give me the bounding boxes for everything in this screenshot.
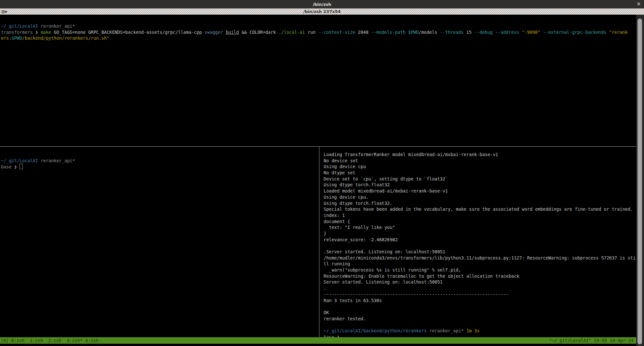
terminal-line: } — [324, 231, 638, 237]
terminal-line — [324, 322, 638, 328]
terminal-line: index: 1 — [324, 212, 638, 219]
terminal-line: ~/_git/LocalAI/backend/python/rerankers … — [324, 328, 638, 334]
tmux-status-right: "~/_git/LocalAI" 19:05 24-Apr-24 — [549, 337, 636, 344]
terminal-line: ----------------------------------------… — [324, 291, 638, 298]
pane-bottom-right-terminal[interactable]: Loading TransformerRanker model mixedbre… — [320, 147, 638, 342]
window-title: /bin/zsh — [313, 2, 331, 7]
terminal-line: Loaded model mixedbread-ai/mxbai-rerank-… — [324, 188, 638, 194]
terminal-line: _warn("subprocess %s is still running" %… — [324, 267, 638, 273]
scrollbar-track[interactable] — [636, 15, 644, 346]
tmux-window-list[interactable]: [0] 0:zsh 1:zsh 2:zsh 3:zsh* 4:zsh- — [0, 337, 101, 344]
close-icon[interactable]: × — [637, 1, 641, 7]
terminal-line: ~/_git/LocalAI reranker_api* — [1, 23, 635, 29]
terminal-line: document { — [324, 219, 638, 225]
terminal-line: /home/mudler/miniconda3/envs/transformer… — [324, 255, 638, 261]
terminal-size-label: /bin/zsh 237x54 — [303, 9, 341, 14]
terminal-line: base ❯ — [1, 164, 320, 170]
terminal-line: transformers ❯ make GO_TAGS=none GRPC_BA… — [1, 29, 635, 35]
cursor — [20, 164, 23, 169]
pane-top-terminal[interactable]: ~/_git/LocalAI reranker_api*transformers… — [0, 15, 635, 154]
terminal-line: ll running — [324, 261, 638, 267]
terminal-line: ers:$PWD/backend/python/rerankers/run.sh… — [1, 35, 635, 41]
terminal-line: Using device cpu — [324, 164, 638, 170]
terminal-line: .Server started. Listening on: localhost… — [324, 249, 638, 255]
chevron-down-icon: ▾ — [5, 9, 7, 14]
terminal-line: Using dtype torch.float32. — [324, 200, 638, 206]
terminal-line: text: "I really like you" — [324, 224, 638, 231]
terminal-line: No dtype set — [324, 170, 638, 176]
tmux-status-bar: [0] 0:zsh 1:zsh 2:zsh 3:zsh* 4:zsh- "~/_… — [0, 337, 636, 344]
terminal-line: relevance_score: -2.46826982 — [324, 237, 638, 243]
terminal-line: ~/_git/LocalAI reranker_api* — [1, 158, 320, 164]
terminal-line: reranker tested. — [324, 316, 638, 322]
terminal-size-bar: ⊞▾ /bin/zsh 237x54 — [0, 8, 644, 15]
terminal-line: Using dtype torch.float32 — [324, 182, 638, 188]
terminal-line: . — [324, 285, 638, 291]
terminal-line: Device set to `cpu`, setting dtype to `f… — [324, 176, 638, 182]
window-titlebar[interactable]: /bin/zsh × — [0, 0, 644, 8]
terminal-line: Special tokens have been added in the vo… — [324, 206, 638, 212]
terminal-line: ResourceWarning: Enable tracemalloc to g… — [324, 273, 638, 279]
terminal-line: Ran 3 tests in 63.530s — [324, 298, 638, 304]
terminal-line: OK — [324, 310, 638, 316]
terminal-line — [1, 152, 320, 158]
terminal-line: Loading TransformerRanker model mixedbre… — [324, 152, 638, 158]
terminal-line: Using device cpu. — [324, 194, 638, 200]
window-layout-icon[interactable]: ⊞▾ — [1, 8, 7, 15]
pane-divider-vertical[interactable] — [319, 147, 319, 338]
pane-bottom-left-terminal[interactable]: ~/_git/LocalAI reranker_api*base ❯ — [0, 147, 320, 342]
grid-icon: ⊞ — [1, 9, 5, 14]
terminal-line — [324, 243, 638, 249]
terminal-line: No device set — [324, 158, 638, 164]
terminal-line: Server started. Listening on: localhost:… — [324, 279, 638, 285]
scrollbar-thumb[interactable] — [637, 19, 642, 344]
terminal-line — [324, 303, 638, 310]
